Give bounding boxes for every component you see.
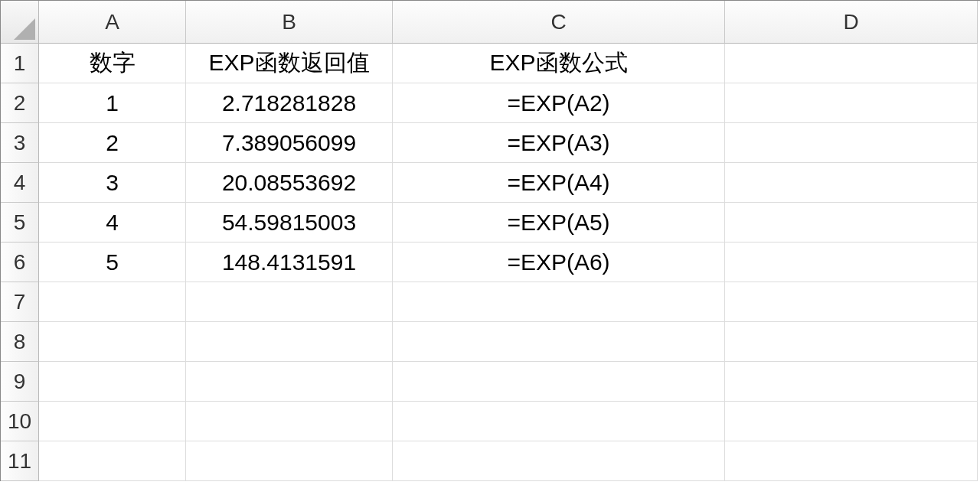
- cell-C8[interactable]: [393, 322, 725, 362]
- cell-B9[interactable]: [186, 362, 393, 402]
- row-header-11[interactable]: 11: [1, 441, 39, 481]
- cell-C10[interactable]: [393, 402, 725, 441]
- cell-D3[interactable]: [725, 123, 978, 163]
- row-header-8[interactable]: 8: [1, 322, 39, 362]
- row-header-1[interactable]: 1: [1, 44, 39, 83]
- row-header-2[interactable]: 2: [1, 83, 39, 123]
- cell-B7[interactable]: [186, 282, 393, 322]
- cell-D7[interactable]: [725, 282, 978, 322]
- row-header-4[interactable]: 4: [1, 163, 39, 203]
- cell-A10[interactable]: [39, 402, 186, 441]
- cell-A1[interactable]: 数字: [39, 44, 186, 83]
- column-header-A[interactable]: A: [39, 1, 186, 44]
- select-all-corner[interactable]: [1, 1, 39, 44]
- cell-B4[interactable]: 20.08553692: [186, 163, 393, 203]
- cell-C5[interactable]: =EXP(A5): [393, 203, 725, 242]
- cell-D5[interactable]: [725, 203, 978, 242]
- column-header-D[interactable]: D: [725, 1, 978, 44]
- cell-D1[interactable]: [725, 44, 978, 83]
- cell-D6[interactable]: [725, 242, 978, 282]
- spreadsheet-grid: A B C D 1 数字 EXP函数返回值 EXP函数公式 2 1 2.7182…: [0, 0, 980, 481]
- cell-B1[interactable]: EXP函数返回值: [186, 44, 393, 83]
- row-header-6[interactable]: 6: [1, 242, 39, 282]
- cell-D10[interactable]: [725, 402, 978, 441]
- cell-C11[interactable]: [393, 441, 725, 481]
- row-header-3[interactable]: 3: [1, 123, 39, 163]
- cell-C1[interactable]: EXP函数公式: [393, 44, 725, 83]
- column-header-B[interactable]: B: [186, 1, 393, 44]
- cell-D9[interactable]: [725, 362, 978, 402]
- cell-B5[interactable]: 54.59815003: [186, 203, 393, 242]
- cell-A9[interactable]: [39, 362, 186, 402]
- cell-B8[interactable]: [186, 322, 393, 362]
- cell-B3[interactable]: 7.389056099: [186, 123, 393, 163]
- cell-B2[interactable]: 2.718281828: [186, 83, 393, 123]
- cell-A3[interactable]: 2: [39, 123, 186, 163]
- row-header-7[interactable]: 7: [1, 282, 39, 322]
- cell-D8[interactable]: [725, 322, 978, 362]
- cell-C2[interactable]: =EXP(A2): [393, 83, 725, 123]
- cell-D11[interactable]: [725, 441, 978, 481]
- cell-A6[interactable]: 5: [39, 242, 186, 282]
- cell-C6[interactable]: =EXP(A6): [393, 242, 725, 282]
- cell-C3[interactable]: =EXP(A3): [393, 123, 725, 163]
- cell-D4[interactable]: [725, 163, 978, 203]
- cell-A5[interactable]: 4: [39, 203, 186, 242]
- cell-C7[interactable]: [393, 282, 725, 322]
- cell-C9[interactable]: [393, 362, 725, 402]
- row-header-5[interactable]: 5: [1, 203, 39, 242]
- cell-B6[interactable]: 148.4131591: [186, 242, 393, 282]
- cell-A11[interactable]: [39, 441, 186, 481]
- cell-D2[interactable]: [725, 83, 978, 123]
- cell-C4[interactable]: =EXP(A4): [393, 163, 725, 203]
- cell-A8[interactable]: [39, 322, 186, 362]
- cell-B10[interactable]: [186, 402, 393, 441]
- cell-A4[interactable]: 3: [39, 163, 186, 203]
- cell-A7[interactable]: [39, 282, 186, 322]
- row-header-9[interactable]: 9: [1, 362, 39, 402]
- cell-A2[interactable]: 1: [39, 83, 186, 123]
- column-header-C[interactable]: C: [393, 1, 725, 44]
- select-all-icon: [14, 18, 35, 40]
- row-header-10[interactable]: 10: [1, 402, 39, 441]
- cell-B11[interactable]: [186, 441, 393, 481]
